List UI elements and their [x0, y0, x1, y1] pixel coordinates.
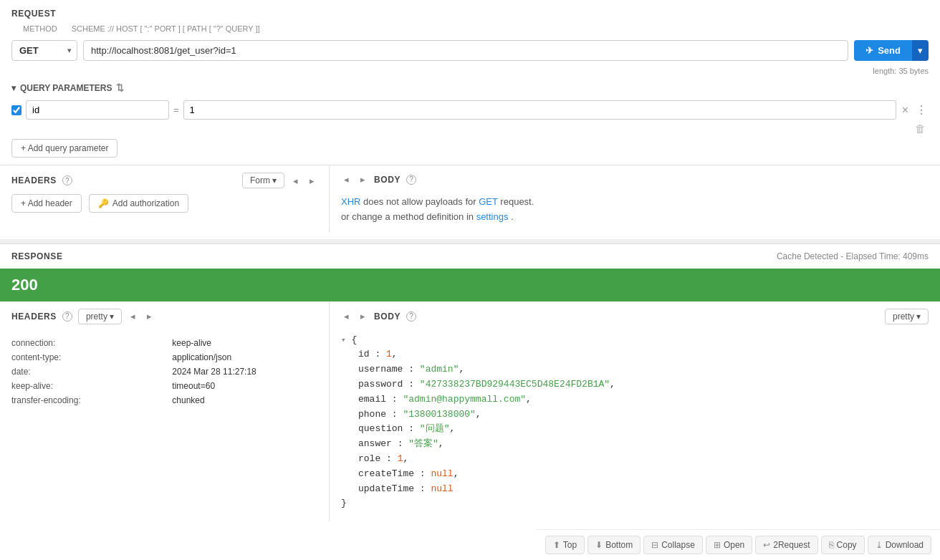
header-key: connection:: [11, 336, 172, 350]
chevron-down-icon: ▾: [918, 45, 923, 56]
send-icon: ✈: [865, 45, 873, 56]
header-row-keep-alive: keep-alive: timeout=60: [11, 379, 317, 393]
header-value: chunked: [172, 393, 317, 407]
request-title: REQUEST: [0, 0, 940, 24]
collapse-icon: ▾: [11, 83, 16, 93]
labels-row: METHOD SCHEME :// HOST [ ":" PORT ] [ PA…: [0, 24, 940, 36]
body-nav-right-button[interactable]: ▸: [358, 173, 368, 186]
method-label: METHOD: [11, 24, 57, 33]
response-headers-nav-right[interactable]: ▸: [144, 309, 155, 323]
collapse-icon[interactable]: ▾: [341, 336, 346, 344]
header-row-transfer-encoding: transfer-encoding: chunked: [11, 393, 317, 407]
json-body: ▾ { id : 1, username : "admin", password…: [330, 330, 940, 515]
method-select-wrapper: GET POST PUT DELETE ▾: [11, 40, 77, 61]
xhr-link: XHR: [341, 196, 360, 207]
response-headers-panel: HEADERS ? pretty ▾ ◂ ▸ connection: keep-…: [0, 301, 330, 522]
response-headers-table: connection: keep-alive content-type: app…: [11, 336, 317, 407]
chevron-down-icon: ▾: [110, 312, 114, 322]
headers-help-icon[interactable]: ?: [62, 175, 72, 185]
url-input[interactable]: [83, 40, 848, 61]
length-info: length: 35 bytes: [0, 65, 940, 77]
pretty-label: pretty: [86, 312, 107, 322]
response-headers-panel-header: HEADERS ? pretty ▾ ◂ ▸: [11, 309, 317, 330]
nav-right-button[interactable]: ▸: [307, 174, 317, 188]
header-key: date:: [11, 365, 172, 379]
response-body-nav-right[interactable]: ▸: [358, 309, 368, 323]
param-key-input[interactable]: [26, 100, 169, 120]
header-row-content-type: content-type: application/json: [11, 350, 317, 365]
headers-panel: HEADERS ? Form ▾ ◂ ▸ + Add header 🔑 Add …: [0, 165, 330, 232]
response-headers-pretty-button[interactable]: pretty ▾: [78, 309, 122, 324]
response-body-panel-header: ◂ ▸ BODY ? pretty ▾: [330, 309, 940, 330]
response-section-header: RESPONSE Cache Detected - Elapsed Time: …: [0, 243, 940, 269]
response-body-panel: ◂ ▸ BODY ? pretty ▾ ▾ { id :: [330, 301, 940, 522]
header-value: 2024 Mar 28 11:27:18: [172, 365, 317, 379]
header-key: keep-alive:: [11, 379, 172, 393]
header-key: transfer-encoding:: [11, 393, 172, 407]
response-headers-nav-left[interactable]: ◂: [128, 309, 138, 323]
form-label: Form: [250, 175, 270, 185]
method-url-row: GET POST PUT DELETE ▾ ✈ Send ▾: [0, 36, 940, 65]
send-dropdown-button[interactable]: ▾: [912, 40, 929, 61]
response-body-pretty-button[interactable]: pretty ▾: [885, 309, 929, 324]
chevron-down-icon: ▾: [272, 175, 277, 185]
add-auth-label: Add authorization: [112, 198, 179, 208]
form-button[interactable]: Form ▾: [242, 173, 284, 188]
send-button[interactable]: ✈ Send: [854, 40, 912, 61]
xhr-notice-line1: XHR does not allow payloads for GET requ…: [341, 195, 929, 210]
status-code: 200: [11, 276, 38, 294]
header-value: timeout=60: [172, 379, 317, 393]
header-value: application/json: [172, 350, 317, 365]
query-params-header[interactable]: ▾ QUERY PARAMETERS ⇅: [11, 77, 929, 97]
query-params-title: QUERY PARAMETERS: [20, 83, 112, 93]
param-value-input[interactable]: [183, 100, 896, 120]
body-help-icon[interactable]: ?: [406, 175, 416, 185]
param-enabled-checkbox[interactable]: [11, 105, 21, 115]
method-select[interactable]: GET POST PUT DELETE: [11, 40, 77, 61]
body-panel: ◂ ▸ BODY ? XHR does not allow payloads f…: [330, 165, 940, 232]
send-label: Send: [878, 45, 901, 56]
headers-actions: + Add header 🔑 Add authorization: [11, 194, 317, 213]
xhr-notice: XHR does not allow payloads for GET requ…: [341, 195, 929, 225]
get-link: GET: [479, 196, 498, 207]
header-row-connection: connection: keep-alive: [11, 336, 317, 350]
response-body-title: BODY: [374, 312, 401, 322]
response-body-nav-left[interactable]: ◂: [341, 309, 352, 323]
sort-icon: ⇅: [116, 82, 124, 93]
response-headers-title: HEADERS: [11, 312, 57, 322]
query-params-section: ▾ QUERY PARAMETERS ⇅ = × ⋮ 🗑 + Add query…: [0, 77, 940, 158]
add-authorization-button[interactable]: 🔑 Add authorization: [89, 194, 188, 213]
trash-icon: 🗑: [915, 122, 926, 135]
chevron-down-icon: ▾: [916, 312, 921, 322]
settings-link[interactable]: settings: [476, 211, 509, 222]
response-title: RESPONSE: [11, 251, 63, 261]
response-body-help-icon[interactable]: ?: [406, 312, 416, 322]
add-query-param-button[interactable]: + Add query parameter: [11, 139, 118, 158]
delete-row: 🗑: [11, 122, 929, 135]
response-headers-body-row: HEADERS ? pretty ▾ ◂ ▸ connection: keep-…: [0, 301, 940, 522]
json-open-line: ▾ {: [341, 333, 923, 348]
key-icon: 🔑: [98, 198, 109, 208]
param-close-button[interactable]: ×: [901, 102, 910, 118]
pretty-label: pretty: [893, 312, 914, 322]
headers-panel-header: HEADERS ? Form ▾ ◂ ▸: [11, 173, 317, 188]
param-equals: =: [173, 105, 179, 115]
xhr-notice-line2: or change a method definition in setting…: [341, 210, 929, 225]
header-row-date: date: 2024 Mar 28 11:27:18: [11, 365, 317, 379]
delete-params-button[interactable]: 🗑: [14, 122, 926, 135]
status-bar: 200: [0, 269, 940, 301]
nav-left-button[interactable]: ◂: [290, 174, 301, 188]
send-button-group: ✈ Send ▾: [854, 40, 929, 61]
response-section: RESPONSE Cache Detected - Elapsed Time: …: [0, 243, 940, 522]
param-more-button[interactable]: ⋮: [914, 102, 929, 118]
query-param-row: = × ⋮: [11, 97, 929, 122]
headers-title: HEADERS: [11, 175, 57, 185]
header-value: keep-alive: [172, 336, 317, 350]
headers-body-row: HEADERS ? Form ▾ ◂ ▸ + Add header 🔑 Add …: [0, 165, 940, 232]
body-title: BODY: [374, 175, 401, 185]
add-header-button[interactable]: + Add header: [11, 194, 82, 213]
response-headers-help-icon[interactable]: ?: [62, 312, 72, 322]
url-label: SCHEME :// HOST [ ":" PORT ] [ PATH [ "?…: [66, 24, 929, 33]
body-nav-left-button[interactable]: ◂: [341, 173, 352, 186]
cache-info: Cache Detected - Elapsed Time: 409ms: [777, 251, 929, 261]
